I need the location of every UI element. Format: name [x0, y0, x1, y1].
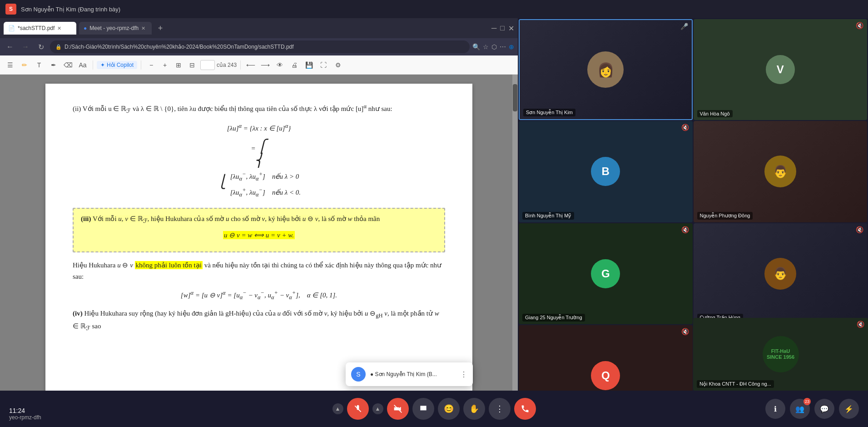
maximize-button[interactable]: □ — [500, 24, 505, 32]
toolbar-separator-2 — [141, 60, 141, 70]
popup-text: ● Sơn Nguyễn Thị Kim (B... — [370, 371, 456, 377]
fit-hau-name: Nội Khoa CNTT - ĐH Công ng... — [697, 380, 774, 388]
zoom-in-button[interactable]: + — [159, 59, 171, 71]
participant-avatar-van: V — [766, 55, 795, 84]
lock-icon: 🔒 — [55, 44, 62, 50]
popup-icon: S — [351, 367, 366, 382]
participants-button[interactable]: 👥 23 — [790, 399, 810, 419]
participant-avatar-giang: G — [591, 259, 620, 288]
page-number-input[interactable]: 23 — [200, 60, 215, 70]
math-eq3: [w]α = [u ⊖ v]α = [uα− − vα−, uα+ − vα+]… — [73, 288, 445, 302]
iii-text-highlighted: (iii) Với mỗi u, v ∈ ℝℱ, hiệu Hukuhara c… — [81, 215, 380, 222]
emoji-button[interactable]: 😊 — [438, 398, 460, 420]
chevron-up-mic-button[interactable]: ▲ — [332, 403, 343, 414]
participant-video-cuong: 👨 — [694, 223, 868, 324]
next-page-button[interactable]: ⟶ — [259, 59, 272, 71]
participant-name-dong: Nguyễn Phương Đông — [697, 212, 753, 220]
pdf-scrollbar[interactable] — [512, 75, 518, 427]
toolbar-separator-3 — [240, 60, 241, 70]
tab-meet-close[interactable]: ✕ — [141, 25, 145, 31]
participant-name-son: Sơn Nguyễn Thị Kim — [523, 109, 575, 116]
erase-button[interactable]: ⌫ — [62, 59, 74, 71]
participant-video-dong: 👨 — [694, 121, 868, 222]
titlebar: S Sơn Nguyễn Thị Kim (Đang trình bày) — [0, 0, 868, 18]
pdf-scrollbar-thumb[interactable] — [513, 84, 517, 111]
print-button[interactable]: 🖨 — [288, 59, 301, 71]
refresh-button[interactable]: ↻ — [35, 43, 47, 51]
expand-button[interactable]: ⛶ — [317, 59, 330, 71]
tab-meet-label: Meet - yeo-rpmz-dfh — [89, 25, 139, 31]
sidebar-toggle-button[interactable]: ☰ — [4, 59, 16, 71]
highlight-box-iii: (iii) Với mỗi u, v ∈ ℝℱ, hiệu Hukuhara c… — [73, 208, 445, 252]
mute-icon-fit-hau: 🔇 — [857, 321, 864, 328]
participant-avatar-son: 👩 — [587, 51, 624, 88]
meeting-time: 11:24 — [9, 407, 25, 414]
tab-pdf-label: *sachSTTD.pdf — [18, 25, 55, 31]
popup-meet-icon: ● — [370, 371, 373, 377]
mute-icon-cuong: 🔇 — [856, 226, 863, 233]
participant-video-son: 👩 — [520, 20, 692, 119]
tab-meet[interactable]: ● Meet - yeo-rpmz-dfh ✕ — [79, 22, 152, 35]
save-button[interactable]: 💾 — [303, 59, 315, 71]
meeting-bar: 11:24 yeo-rpmz-dfh ▲ ▲ 😊 ✋ ⋮ ℹ 👥 23 💬 ⚡ — [0, 391, 868, 427]
extensions-icon[interactable]: ⬡ — [491, 43, 497, 50]
more-options-icon[interactable]: ⋯ — [500, 43, 506, 50]
close-button[interactable]: ✕ — [508, 24, 514, 33]
draw-button[interactable]: ✒ — [47, 59, 60, 71]
activities-button[interactable]: ⚡ — [839, 399, 859, 419]
iv-paragraph: (iv) Hiệu Hukuhara suy rộng (hay ký hiệu… — [73, 308, 445, 334]
settings-icon[interactable]: ⚙ — [332, 59, 344, 71]
mute-icon-quyen: 🔇 — [681, 328, 689, 335]
copilot-icon: ✦ — [100, 62, 105, 68]
window-title: Sơn Nguyễn Thị Kim (Đang trình bày) — [21, 6, 120, 13]
section-iii: (iii) Với mỗi u, v ∈ ℝℱ, hiệu Hukuhara c… — [73, 208, 445, 252]
url-bar[interactable]: 🔒 D:/Sách-Giáo%20trình/Sách%20chuyên%20k… — [50, 40, 470, 53]
chevron-up-video-button[interactable]: ▲ — [372, 403, 383, 414]
participant-tile-giang: G 🔇 Giang 25 Nguyễn Trường — [519, 223, 693, 324]
back-button[interactable]: ← — [4, 43, 16, 51]
copilot-label: Hỏi Copilot — [107, 62, 134, 68]
edge-icon: ⊕ — [509, 43, 514, 50]
info-button[interactable]: ℹ — [765, 399, 785, 419]
more-options-button[interactable]: ⋮ — [489, 398, 511, 420]
prev-page-button[interactable]: ⟵ — [244, 59, 257, 71]
mute-button[interactable] — [347, 398, 369, 420]
add-text-button[interactable]: Aa — [76, 59, 89, 71]
present-button[interactable] — [412, 398, 434, 420]
tab-pdf-close[interactable]: ✕ — [57, 25, 61, 31]
participant-avatar-dong-img: 👨 — [764, 156, 796, 187]
zoom-out-button[interactable]: − — [145, 59, 158, 71]
meet-favicon: ● — [84, 25, 87, 31]
fit-page-button[interactable]: ⊟ — [186, 59, 198, 71]
page-total: của 243 — [217, 62, 237, 68]
mute-icon-giang: 🔇 — [681, 226, 689, 233]
meeting-controls: ▲ ▲ 😊 ✋ ⋮ — [332, 398, 536, 420]
participants-count: 23 — [804, 398, 811, 405]
view-button[interactable]: 👁 — [273, 59, 286, 71]
page-layout-button[interactable]: ⊞ — [172, 59, 185, 71]
meeting-code: yeo-rpmz-dfh — [9, 414, 41, 421]
video-off-button[interactable] — [387, 398, 409, 420]
fit-hau-logo: FIT-HaUSINCE 1956 — [763, 336, 799, 372]
minimize-button[interactable]: ─ — [491, 24, 496, 32]
raise-hand-button[interactable]: ✋ — [463, 398, 485, 420]
tab-pdf[interactable]: 📄 *sachSTTD.pdf ✕ — [4, 22, 76, 35]
bookmark-icon[interactable]: ☆ — [483, 43, 489, 50]
participant-avatar-quyen: Q — [591, 361, 620, 390]
popup-more-button[interactable]: ⋮ — [460, 370, 467, 379]
participant-tile-cuong: 👨 🔇 Cường Trần Hùng — [694, 223, 868, 324]
new-tab-button[interactable]: + — [154, 22, 166, 34]
meeting-right-buttons: ℹ 👥 23 💬 ⚡ — [765, 399, 859, 419]
popup-notification: S ● Sơn Nguyễn Thị Kim (B... ⋮ — [346, 362, 473, 386]
forward-button[interactable]: → — [19, 43, 32, 51]
participant-tile-binh: B 🔇 Bình Nguyễn Thị Mỹ — [519, 121, 693, 222]
copilot-button[interactable]: ✦ Hỏi Copilot — [97, 61, 137, 69]
mute-icon-van: 🔇 — [856, 22, 863, 29]
chat-button[interactable]: 💬 — [814, 399, 834, 419]
highlight-tool-button[interactable]: ✏ — [18, 59, 31, 71]
end-call-button[interactable] — [514, 398, 536, 420]
math-eq-box: u ⊖ v = w ⟺ u = v + w. — [81, 230, 437, 241]
url-text: D:/Sách-Giáo%20trình/Sách%20chuyên%20khả… — [64, 44, 464, 50]
zoom-icon[interactable]: 🔍 — [472, 43, 480, 50]
text-select-button[interactable]: T — [33, 59, 45, 71]
